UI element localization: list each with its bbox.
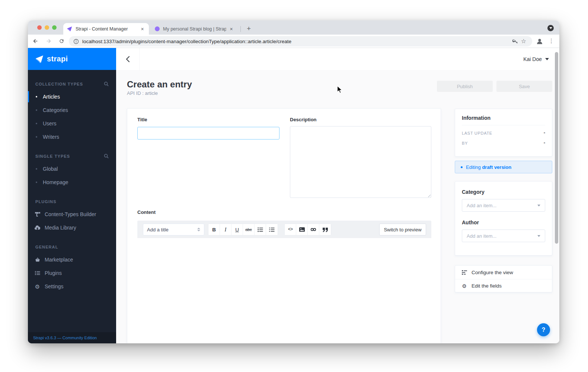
code-button[interactable]: <> (285, 224, 296, 235)
strapi-version-footer[interactable]: Strapi v3.6.3 — Community Edition (28, 332, 116, 343)
last-update-label: LAST UPDATE (462, 131, 492, 135)
link-icon (310, 227, 316, 232)
page-api-id: API ID : article (127, 90, 158, 96)
sidebar-item-articles[interactable]: Articles (28, 90, 116, 103)
tab-strip: Strapi - Content Manager × My personal S… (28, 20, 559, 35)
switch-to-preview-button[interactable]: Switch to preview (379, 224, 426, 235)
sidebar-item-content-types-builder[interactable]: Content-Types Builder (28, 208, 116, 221)
view-links-card: Configure the view ⚙ Edit the fields (455, 265, 552, 292)
bullet-icon (36, 96, 37, 97)
back-navigation-button[interactable] (116, 48, 140, 70)
close-tab-icon[interactable]: × (139, 26, 146, 32)
tab-divider (240, 26, 241, 32)
insert-button-group: <> (284, 224, 331, 235)
sidebar-item-media-library[interactable]: Media Library (28, 221, 116, 234)
edit-fields-link[interactable]: ⚙ Edit the fields (455, 279, 552, 292)
sidebar-item-plugins[interactable]: Plugins (28, 266, 116, 280)
blockquote-button[interactable] (319, 224, 331, 235)
bookmark-star-icon[interactable]: ☆ (520, 38, 528, 44)
strikethrough-button[interactable]: abc (243, 224, 255, 235)
author-select[interactable]: Add an item... (462, 230, 545, 242)
wysiwyg-toolbar: Add a title B I U abc <> (137, 221, 431, 238)
bullet-list-button[interactable] (255, 224, 266, 235)
ordered-list-button[interactable] (266, 224, 278, 235)
shopping-basket-icon (34, 257, 41, 262)
category-select[interactable]: Add an item... (462, 199, 545, 212)
vertical-scrollbar[interactable] (555, 52, 558, 244)
browser-menu-icon[interactable]: ⋮ (549, 38, 554, 44)
search-icon[interactable] (104, 81, 109, 86)
information-title: Information (462, 115, 545, 125)
close-window-button[interactable] (37, 25, 42, 30)
reload-button[interactable] (56, 36, 67, 47)
wysiwyg-editor-area[interactable] (137, 238, 431, 343)
strapi-logo-icon (35, 55, 44, 63)
tab-search-button[interactable] (547, 25, 554, 31)
description-textarea[interactable] (290, 126, 431, 198)
sidebar-item-label: Media Library (45, 225, 76, 231)
browser-profile-avatar[interactable] (535, 36, 544, 46)
sidebar-item-global[interactable]: Global (28, 162, 116, 176)
heading-select[interactable]: Add a title (143, 224, 204, 235)
title-input[interactable] (137, 127, 279, 140)
edit-fields-label: Edit the fields (472, 283, 502, 289)
window-controls (37, 25, 57, 30)
bullet-list-icon (258, 227, 263, 232)
section-title: PLUGINS (35, 199, 57, 204)
browser-window: Strapi - Content Manager × My personal S… (28, 20, 559, 343)
user-name: Kai Doe (523, 56, 542, 62)
page-title: Create an entry (127, 79, 192, 90)
address-bar[interactable]: localhost:1337/admin/plugins/content-man… (69, 36, 532, 46)
sidebar-item-label: Marketplace (45, 257, 73, 263)
sidebar: strapi COLLECTION TYPES Articles Categor… (28, 48, 116, 343)
bold-button[interactable]: B (208, 224, 220, 235)
sidebar-item-label: Homepage (43, 179, 68, 185)
zoom-window-button[interactable] (52, 25, 57, 30)
strapi-logo[interactable]: strapi (28, 48, 116, 70)
last-update-row: LAST UPDATE - (462, 131, 545, 135)
new-tab-button[interactable]: + (244, 24, 253, 33)
search-icon[interactable] (104, 154, 109, 158)
publish-button[interactable]: Publish (437, 81, 493, 92)
sidebar-item-settings[interactable]: ⚙ Settings (28, 280, 116, 293)
section-title: COLLECTION TYPES (35, 82, 83, 86)
sidebar-item-users[interactable]: Users (28, 117, 116, 130)
close-tab-icon[interactable]: × (228, 26, 234, 32)
sidebar-item-label: Global (43, 166, 58, 172)
image-icon (299, 227, 305, 232)
password-key-icon[interactable] (511, 38, 520, 45)
list-icon (34, 271, 41, 275)
forward-button[interactable] (43, 36, 54, 47)
sidebar-section-general: GENERAL Marketplace Plugins ⚙ Settings (28, 241, 116, 293)
minimize-window-button[interactable] (45, 25, 49, 30)
chevron-left-icon (126, 56, 130, 62)
by-label: BY (462, 141, 468, 145)
sidebar-item-homepage[interactable]: Homepage (28, 176, 116, 189)
user-menu[interactable]: Kai Doe (523, 56, 549, 62)
bullet-icon (36, 136, 37, 138)
underline-button[interactable]: U (231, 224, 243, 235)
sidebar-nav: COLLECTION TYPES Articles Categories Use… (28, 70, 116, 293)
italic-button[interactable]: I (220, 224, 231, 235)
chevron-down-icon (545, 58, 549, 60)
last-update-value: - (544, 131, 545, 135)
sidebar-item-label: Articles (43, 94, 60, 100)
chevron-down-icon (549, 27, 552, 29)
tab-title: Strapi - Content Manager (76, 26, 137, 32)
image-button[interactable] (296, 224, 308, 235)
tab-personal-blog[interactable]: My personal Strapi blog | Strap × (151, 23, 238, 35)
app-topbar: Kai Doe (116, 48, 559, 71)
sidebar-item-marketplace[interactable]: Marketplace (28, 253, 116, 266)
sidebar-item-writers[interactable]: Writers (28, 130, 116, 144)
url-text: localhost:1337/admin/plugins/content-man… (82, 39, 511, 44)
chevron-down-icon (537, 235, 540, 237)
sliders-icon (461, 270, 467, 275)
site-info-icon[interactable] (73, 39, 79, 44)
sidebar-item-categories[interactable]: Categories (28, 103, 116, 117)
tab-strapi-content-manager[interactable]: Strapi - Content Manager × (63, 23, 149, 35)
save-button[interactable]: Save (496, 81, 552, 92)
link-button[interactable] (308, 224, 319, 235)
help-button[interactable]: ? (537, 323, 550, 336)
back-button[interactable] (30, 36, 41, 47)
configure-view-link[interactable]: Configure the view (455, 266, 552, 279)
